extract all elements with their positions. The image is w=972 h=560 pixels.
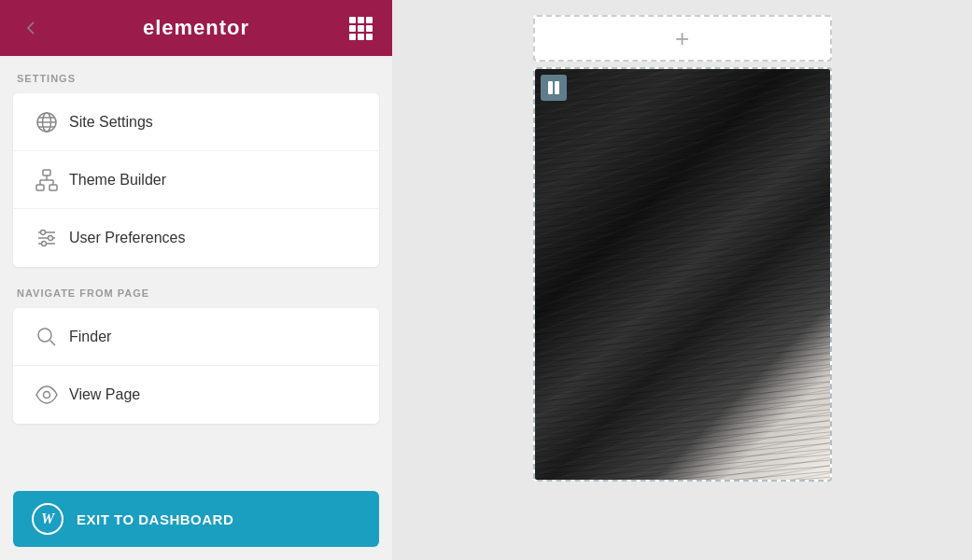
- columns-icon: [548, 81, 559, 94]
- svg-rect-6: [36, 185, 44, 190]
- back-button[interactable]: [17, 13, 47, 43]
- sidebar-content: SETTINGS Site Settings: [0, 56, 392, 491]
- svg-point-17: [42, 242, 47, 246]
- grid-icon: [349, 17, 373, 40]
- sidebar-item-view-page[interactable]: View Page: [13, 366, 379, 424]
- svg-point-16: [49, 236, 53, 241]
- settings-section-label: SETTINGS: [13, 73, 379, 84]
- sidebar-item-finder[interactable]: Finder: [13, 308, 379, 366]
- svg-point-15: [41, 231, 46, 235]
- app-logo: elementor: [143, 16, 249, 40]
- finder-label: Finder: [69, 329, 111, 345]
- svg-line-19: [50, 340, 56, 345]
- svg-point-18: [38, 329, 51, 342]
- add-section-button[interactable]: +: [533, 15, 832, 62]
- navigate-menu-group: Finder View Page: [13, 308, 379, 424]
- canvas-image-content: [535, 69, 830, 480]
- theme-builder-label: Theme Builder: [69, 172, 166, 189]
- canvas-area: +: [392, 0, 972, 560]
- sidebar-item-user-preferences[interactable]: User Preferences: [13, 209, 379, 267]
- hierarchy-icon: [30, 168, 63, 192]
- view-page-label: View Page: [69, 386, 140, 403]
- eye-icon: [30, 383, 63, 407]
- sidebar-item-theme-builder[interactable]: Theme Builder: [13, 151, 379, 209]
- user-preferences-label: User Preferences: [69, 230, 186, 246]
- plus-icon: +: [675, 26, 689, 50]
- svg-rect-7: [49, 185, 57, 190]
- search-icon: [30, 325, 63, 349]
- site-settings-label: Site Settings: [69, 114, 153, 131]
- sidebar-header: elementor: [0, 0, 392, 56]
- apps-button[interactable]: [345, 13, 375, 43]
- exit-label: EXIT TO DASHBOARD: [77, 511, 233, 527]
- exit-to-dashboard-button[interactable]: W EXIT TO DASHBOARD: [13, 491, 379, 547]
- sidebar-item-site-settings[interactable]: Site Settings: [13, 93, 379, 151]
- sliders-icon: [30, 226, 63, 250]
- sidebar-footer: W EXIT TO DASHBOARD: [0, 491, 392, 560]
- svg-point-20: [44, 392, 50, 399]
- svg-rect-5: [43, 170, 50, 175]
- sidebar: elementor SETTINGS: [0, 0, 392, 560]
- wordpress-logo: W: [32, 503, 63, 535]
- globe-icon: [30, 110, 63, 134]
- navigate-section-label: NAVIGATE FROM PAGE: [13, 287, 379, 299]
- section-handle[interactable]: [541, 75, 567, 101]
- settings-menu-group: Site Settings Theme Builder: [13, 93, 379, 267]
- canvas-section: [533, 67, 832, 482]
